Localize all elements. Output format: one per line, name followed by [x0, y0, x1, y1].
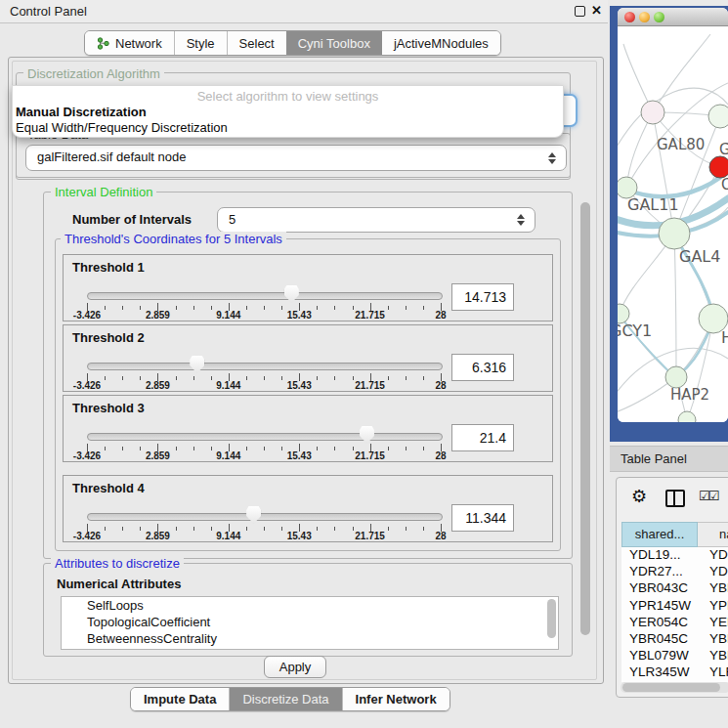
tick-label: 21.715	[355, 380, 385, 391]
cell-name[interactable]: YPR1	[706, 598, 728, 613]
cell-shared-name[interactable]: YER054C	[621, 615, 706, 629]
network-canvas[interactable]: GAL80 G C GAL11 GAL4 GCY1 H HAP2	[618, 26, 728, 422]
tab-jactivemnodules[interactable]: jActiveMNodules	[382, 31, 500, 55]
node-label-h: H	[721, 328, 728, 347]
table-data-combo[interactable]: galFiltered.sif default node	[25, 145, 567, 171]
slider-track[interactable]	[87, 292, 443, 300]
apply-button[interactable]: Apply	[264, 656, 326, 678]
node-label-hap2: HAP2	[670, 386, 709, 404]
node-hap2[interactable]	[665, 366, 687, 388]
tick-label: 21.715	[355, 450, 385, 461]
tab-impute-data[interactable]: Impute Data	[131, 688, 229, 710]
attributes-group-title: Attributes to discretize	[51, 556, 184, 571]
horizontal-scrollbar[interactable]	[621, 682, 728, 693]
node-bottom[interactable]	[678, 411, 696, 422]
slider-scale: -3.4262.8599.14415.4321.71528	[87, 380, 441, 390]
option-manual-discretization[interactable]: Manual Discretization	[16, 105, 147, 119]
table-row[interactable]: YBR045CYBR0	[621, 631, 728, 648]
cell-shared-name[interactable]: YBR045C	[621, 631, 706, 646]
node-label-gcy1: GCY1	[618, 321, 652, 340]
tick-label: 15.43	[287, 450, 312, 461]
table-row[interactable]: YBL079WYBL0	[621, 648, 728, 664]
number-of-intervals-label: Number of Intervals	[72, 212, 192, 227]
network-window-titlebar[interactable]	[618, 8, 728, 26]
tick-label: -3.426	[73, 380, 101, 391]
column-header-name[interactable]: na	[698, 522, 728, 547]
interval-definition-title: Interval Definition	[51, 185, 156, 199]
slider-handle[interactable]	[246, 506, 261, 524]
table-row[interactable]: YBR043CYBR0	[621, 580, 728, 597]
list-scrollbar[interactable]	[547, 599, 556, 638]
table-row[interactable]: YDL19...YDL1	[621, 547, 728, 564]
cell-name[interactable]: YBR0	[706, 631, 728, 646]
network-window: GAL80 G C GAL11 GAL4 GCY1 H HAP2	[618, 8, 728, 422]
tick-label: 2.859	[146, 531, 170, 541]
zoom-traffic-light-icon[interactable]	[654, 12, 664, 22]
node-top-right[interactable]	[708, 105, 728, 128]
option-equal-width-frequency[interactable]: Equal Width/Frequency Discretization	[16, 120, 228, 135]
close-icon[interactable]: ✕	[591, 3, 602, 18]
algorithm-hint-option[interactable]: Select algorithm to view settings	[13, 89, 563, 104]
float-window-icon[interactable]	[575, 6, 585, 17]
network-graph: GAL80 G C GAL11 GAL4 GCY1 H HAP2	[618, 26, 728, 422]
node-gcy1[interactable]	[618, 304, 629, 323]
tick-label: -3.426	[73, 450, 101, 461]
attribute-item[interactable]: SelfLoops	[62, 597, 558, 614]
vertical-scrollbar[interactable]	[580, 202, 590, 635]
threshold-value-field[interactable]: 11.344	[451, 504, 514, 532]
node-gal4[interactable]	[659, 218, 690, 249]
cell-name[interactable]: YBR0	[706, 580, 728, 595]
minimize-traffic-light-icon[interactable]	[639, 12, 650, 22]
close-traffic-light-icon[interactable]	[624, 12, 635, 22]
horizontal-scrollbar-thumb[interactable]	[622, 683, 720, 692]
tab-infer-network[interactable]: Infer Network	[342, 688, 450, 710]
cyni-bottom-tabs: Impute Data Discretize Data Infer Networ…	[130, 687, 450, 711]
table-row[interactable]: YER054CYER0	[621, 615, 728, 631]
tab-network[interactable]: Network	[85, 31, 174, 55]
columns-icon[interactable]	[665, 490, 685, 507]
cell-shared-name[interactable]: YPR145W	[621, 598, 706, 613]
numerical-attributes-list[interactable]: SelfLoopsTopologicalCoefficientBetweenne…	[61, 596, 559, 650]
node-gal80[interactable]	[641, 101, 664, 124]
tab-style[interactable]: Style	[174, 31, 227, 55]
number-of-intervals-spinner[interactable]: 5	[217, 207, 535, 233]
cell-shared-name[interactable]: YDR27...	[621, 564, 706, 578]
slider-track[interactable]	[87, 433, 443, 441]
cell-shared-name[interactable]: YBR043C	[621, 580, 706, 595]
cell-shared-name[interactable]: YLR345W	[621, 664, 706, 679]
attribute-item[interactable]: BetweennessCentrality	[62, 630, 558, 647]
slider-handle[interactable]	[360, 426, 374, 444]
node-label-gal4: GAL4	[679, 247, 720, 266]
column-header-shared-name[interactable]: shared...	[621, 522, 698, 547]
threshold-value-field[interactable]: 21.4	[451, 424, 514, 451]
slider-track[interactable]	[87, 363, 443, 370]
threshold-value-field[interactable]: 6.316	[451, 354, 514, 381]
gear-icon[interactable]: ⚙	[631, 486, 647, 507]
cell-name[interactable]: YDL1	[706, 547, 728, 562]
tick-label: 2.859	[146, 380, 170, 391]
cell-shared-name[interactable]: YBL079W	[621, 648, 706, 663]
cell-name[interactable]: YBL0	[706, 648, 728, 663]
slider-track[interactable]	[87, 513, 443, 521]
cell-name[interactable]: YER0	[706, 615, 728, 629]
threshold-1-box: Threshold 1 -3.4262.8599.14415.4321.7152…	[63, 254, 553, 321]
cell-name[interactable]: YLR3	[706, 664, 728, 679]
cell-name[interactable]: YDR2	[706, 564, 728, 578]
table-row[interactable]: YLR345WYLR3	[621, 664, 728, 681]
attribute-item[interactable]: TopologicalCoefficient	[62, 614, 558, 630]
tab-select[interactable]: Select	[227, 31, 286, 55]
cell-shared-name[interactable]: YDL19...	[621, 547, 706, 562]
slider-handle[interactable]	[284, 285, 299, 303]
table-row[interactable]: YPR145WYPR1	[621, 598, 728, 615]
select-checkboxes-icon[interactable]: ☑☑	[699, 489, 717, 503]
tab-cyni-toolbox[interactable]: Cyni Toolbox	[286, 31, 382, 55]
node-selected-red[interactable]	[709, 156, 728, 178]
control-panel-tabs: Network Style Select Cyni Toolbox jActiv…	[84, 30, 501, 56]
table-row[interactable]: YDR27...YDR2	[621, 564, 728, 580]
slider-handle[interactable]	[190, 356, 204, 373]
table-panel: ⚙ ☑☑ shared... na YDL19...YDL1YDR27...YD…	[616, 477, 728, 698]
threshold-value-field[interactable]: 14.713	[451, 283, 514, 311]
tab-label: Style	[187, 36, 215, 51]
slider-scale: -3.4262.8599.14415.4321.71528	[87, 531, 441, 540]
tab-discretize-data[interactable]: Discretize Data	[229, 688, 341, 710]
